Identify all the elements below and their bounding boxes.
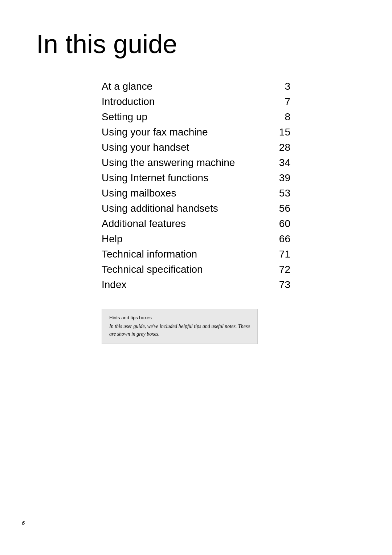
toc-entry-label: Using additional handsets bbox=[102, 203, 272, 214]
toc-entry: Using Internet functions39 bbox=[102, 172, 290, 184]
toc-entry-label: Technical information bbox=[102, 248, 272, 260]
toc-entry-page: 72 bbox=[272, 264, 290, 275]
toc-entry: At a glance3 bbox=[102, 81, 290, 92]
toc-entry-page: 53 bbox=[272, 187, 290, 199]
toc-entry-page: 34 bbox=[272, 157, 290, 169]
toc-entry-page: 71 bbox=[272, 248, 290, 260]
page-number: 6 bbox=[22, 520, 25, 526]
toc-entry: Index73 bbox=[102, 279, 290, 291]
toc-entry: Technical information71 bbox=[102, 248, 290, 260]
toc-entry-label: Using your handset bbox=[102, 142, 272, 153]
toc-entry-label: Technical specification bbox=[102, 264, 272, 275]
toc-entry: Additional features60 bbox=[102, 218, 290, 230]
toc-entry-page: 8 bbox=[272, 111, 290, 123]
toc-entry: Help66 bbox=[102, 233, 290, 245]
toc-entry: Using the answering machine34 bbox=[102, 157, 290, 169]
table-of-contents: At a glance3Introduction7Setting up8Usin… bbox=[102, 81, 370, 291]
toc-entry-page: 3 bbox=[272, 81, 290, 92]
toc-entry-label: Index bbox=[102, 279, 272, 291]
toc-entry-label: Using mailboxes bbox=[102, 187, 272, 199]
toc-entry-label: Setting up bbox=[102, 111, 272, 123]
toc-entry-page: 66 bbox=[272, 233, 290, 245]
toc-entry-page: 15 bbox=[272, 126, 290, 138]
toc-entry: Using your handset28 bbox=[102, 142, 290, 153]
toc-entry-page: 39 bbox=[272, 172, 290, 184]
page-title: In this guide bbox=[36, 29, 370, 59]
toc-entry: Technical specification72 bbox=[102, 264, 290, 275]
toc-entry-page: 73 bbox=[272, 279, 290, 291]
toc-entry-page: 60 bbox=[272, 218, 290, 230]
toc-entry: Using mailboxes53 bbox=[102, 187, 290, 199]
toc-entry-label: Using the answering machine bbox=[102, 157, 272, 169]
toc-entry-label: Using your fax machine bbox=[102, 126, 272, 138]
toc-entry: Using additional handsets56 bbox=[102, 203, 290, 214]
toc-entry-page: 28 bbox=[272, 142, 290, 153]
toc-entry-label: Additional features bbox=[102, 218, 272, 230]
page: In this guide At a glance3Introduction7S… bbox=[0, 0, 392, 555]
toc-entry: Setting up8 bbox=[102, 111, 290, 123]
toc-entry-page: 56 bbox=[272, 203, 290, 214]
toc-entry-label: Using Internet functions bbox=[102, 172, 272, 184]
toc-entry-label: At a glance bbox=[102, 81, 272, 92]
toc-entry-page: 7 bbox=[272, 96, 290, 108]
hints-box-body: In this user guide, we've included helpf… bbox=[109, 323, 250, 338]
toc-entry: Using your fax machine15 bbox=[102, 126, 290, 138]
hints-box: Hints and tips boxes In this user guide,… bbox=[102, 309, 258, 344]
hints-box-title: Hints and tips boxes bbox=[109, 315, 250, 320]
toc-entry: Introduction7 bbox=[102, 96, 290, 108]
toc-entry-label: Introduction bbox=[102, 96, 272, 108]
toc-entry-label: Help bbox=[102, 233, 272, 245]
